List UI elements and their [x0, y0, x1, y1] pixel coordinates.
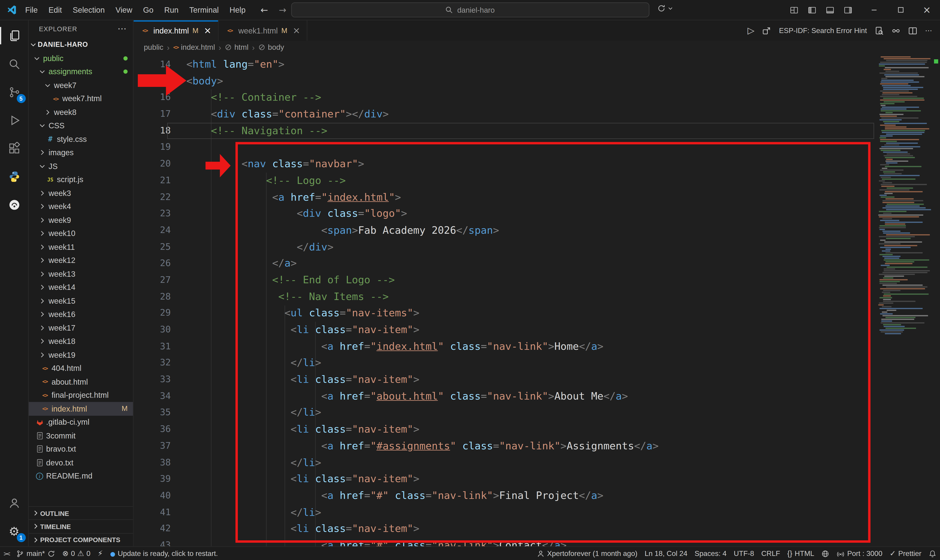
quick-action[interactable]: ⚡ [94, 547, 106, 560]
breadcrumb-folder[interactable]: public [144, 43, 163, 52]
tree-folder-week7[interactable]: week7 [29, 78, 133, 92]
tree-folder-css[interactable]: CSS [29, 119, 133, 132]
section-outline[interactable]: OUTLINE [29, 506, 133, 520]
customize-layout-icon[interactable] [789, 6, 798, 14]
cursor-position[interactable]: Ln 18, Col 24 [641, 547, 691, 560]
formatter-status[interactable]: ✓ Prettier [886, 547, 925, 560]
workspace-root[interactable]: DANIEL-HARO [29, 37, 133, 52]
update-message[interactable]: ● Update is ready, click to restart. [106, 547, 222, 560]
close-window-button[interactable]: × [914, 0, 940, 20]
explorer-more-actions-icon[interactable]: ⋯ [117, 23, 127, 34]
tree-folder-week12[interactable]: week12 [29, 254, 133, 267]
tree-file-readme-md[interactable]: iREADME.md [29, 469, 133, 483]
menu-edit[interactable]: Edit [43, 4, 67, 16]
menu-run[interactable]: Run [159, 4, 184, 16]
minimize-button[interactable]: ─ [861, 0, 887, 20]
tree-file-devo-txt[interactable]: devo.txt [29, 456, 133, 469]
open-changes-icon[interactable] [892, 26, 901, 35]
search-document-icon[interactable] [875, 26, 884, 35]
eol-status[interactable]: CRLF [758, 547, 784, 560]
tree-folder-week4[interactable]: week4 [29, 200, 133, 213]
port-status[interactable]: Port : 3000 [833, 547, 886, 560]
toggle-secondary-sidebar-icon[interactable] [844, 6, 853, 14]
menu-help[interactable]: Help [224, 4, 251, 16]
settings-gear-icon[interactable]: ⚙ 1 [0, 517, 29, 545]
toggle-sidebar-icon[interactable] [808, 6, 817, 14]
split-editor-icon[interactable] [908, 26, 917, 35]
breadcrumb-symbol-body[interactable]: body [258, 43, 284, 52]
encoding-status[interactable]: UTF-8 [730, 547, 758, 560]
tree-folder-week18[interactable]: week18 [29, 335, 133, 348]
source-control-icon[interactable]: 5 [0, 78, 29, 106]
tree-folder-week3[interactable]: week3 [29, 186, 133, 200]
problems-status[interactable]: ⊗ 0 ⚠ 0 [58, 547, 94, 560]
history-forward-icon[interactable]: → [279, 5, 286, 15]
tree-file--gitlab-ci-yml[interactable]: .gitlab-ci.yml [29, 415, 133, 429]
menu-file[interactable]: File [20, 4, 43, 16]
menu-selection[interactable]: Selection [67, 4, 110, 16]
menu-terminal[interactable]: Terminal [184, 4, 224, 16]
minimap[interactable] [877, 54, 932, 546]
tree-file-script-js[interactable]: JSscript.js [29, 173, 133, 186]
history-back-icon[interactable]: ← [260, 5, 268, 15]
tree-file-style-css[interactable]: #style.css [29, 132, 133, 146]
explorer-icon[interactable] [0, 22, 29, 49]
close-tab-icon[interactable]: × [204, 25, 211, 36]
tree-file-week7-html[interactable]: <>week7.html [29, 92, 133, 105]
toggle-panel-icon[interactable] [826, 6, 835, 14]
tree-file-index-html[interactable]: <>index.htmlM [29, 402, 133, 415]
tree-file-final-project-html[interactable]: <>final-project.html [29, 389, 133, 402]
wokwi-extension-icon[interactable] [0, 191, 29, 218]
close-tab-icon[interactable]: × [293, 25, 300, 36]
tree-folder-js[interactable]: JS [29, 159, 133, 173]
notifications-button[interactable] [925, 547, 940, 560]
accounts-icon[interactable] [0, 489, 29, 517]
menu-view[interactable]: View [110, 4, 138, 16]
tree-folder-week14[interactable]: week14 [29, 280, 133, 294]
restore-button[interactable] [887, 0, 914, 20]
run-file-icon[interactable]: ▷ [748, 25, 754, 36]
tree-folder-week13[interactable]: week13 [29, 267, 133, 281]
tree-folder-images[interactable]: images [29, 146, 133, 160]
extensions-icon[interactable] [0, 134, 29, 162]
tree-folder-week11[interactable]: week11 [29, 240, 133, 254]
run-and-debug-icon[interactable] [0, 106, 29, 134]
tree-folder-week15[interactable]: week15 [29, 294, 133, 308]
tree-folder-public[interactable]: public [29, 52, 133, 65]
tree-folder-week19[interactable]: week19 [29, 348, 133, 362]
tree-folder-week17[interactable]: week17 [29, 321, 133, 335]
tree-file-about-html[interactable]: <>about.html [29, 375, 133, 389]
breadcrumb-file[interactable]: <>index.html [173, 43, 215, 52]
code-line-15[interactable]: 15<body> [134, 73, 940, 89]
section-timeline[interactable]: TIMELINE [29, 520, 133, 533]
tree-file-404-html[interactable]: <>404.html [29, 362, 133, 375]
tree-folder-assignments[interactable]: assignments [29, 65, 133, 78]
remote-indicator[interactable]: >< [0, 547, 13, 560]
language-mode[interactable]: {}HTML [784, 547, 818, 560]
python-extension-icon[interactable] [0, 162, 29, 190]
code-line-14[interactable]: 14<html lang="en"> [134, 56, 940, 73]
code-line-16[interactable]: 16 <!-- Container --> [134, 89, 940, 106]
tree-file-3commit[interactable]: 3commit [29, 429, 133, 443]
more-actions-icon[interactable]: ⋯ [925, 26, 932, 35]
git-blame-status[interactable]: Xpertoforever (1 month ago) [533, 547, 641, 560]
code-line-17[interactable]: 17 <div class="container"></div> [134, 106, 940, 123]
command-center-search[interactable]: daniel-haro [291, 3, 649, 17]
code-line-18[interactable]: 18 <!-- Navigation --> [134, 123, 940, 139]
git-branch-status[interactable]: main* [13, 547, 58, 560]
tree-folder-week9[interactable]: week9 [29, 213, 133, 227]
open-preview-icon[interactable] [762, 26, 771, 35]
tree-folder-week16[interactable]: week16 [29, 308, 133, 321]
tab-week1-html[interactable]: <> week1.html M × [218, 20, 308, 41]
breadcrumb-symbol-html[interactable]: html [225, 43, 248, 52]
tree-folder-week10[interactable]: week10 [29, 227, 133, 240]
tree-folder-week8[interactable]: week8 [29, 105, 133, 119]
tree-file-bravo-txt[interactable]: bravo.txt [29, 442, 133, 456]
run-task-button[interactable] [657, 4, 673, 13]
scrollbar[interactable] [932, 54, 940, 546]
search-icon[interactable] [0, 50, 29, 78]
esp-idf-hint-button[interactable]: ESP-IDF: Search Error Hint [779, 26, 867, 35]
tab-index-html[interactable]: <> index.html M × [134, 20, 218, 41]
browser-preview-button[interactable] [818, 547, 833, 560]
section-project-components[interactable]: PROJECT COMPONENTS [29, 533, 133, 546]
